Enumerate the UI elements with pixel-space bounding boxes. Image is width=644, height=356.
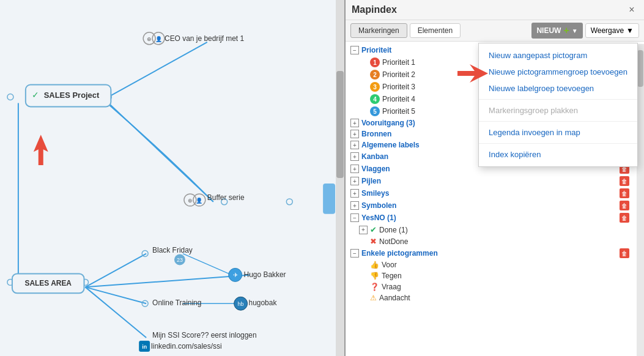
mapindex-panel: Mapindex × Markeringen Elementen NIEUW +… (346, 0, 644, 356)
dropdown-divider-1 (479, 99, 637, 100)
panel-header: Mapindex × (346, 0, 644, 20)
tree-group-pijlen[interactable]: + Pijlen 🗑 (346, 175, 634, 187)
vlaggen-label: Vlaggen (361, 165, 390, 173)
tree-item-done[interactable]: + ✔ Done (1) (346, 224, 634, 235)
panel-scrollbar-thumb[interactable] (637, 50, 643, 87)
svg-text:Mijn SSI Score?? eerst inlogge: Mijn SSI Score?? eerst inloggen (152, 331, 257, 339)
tegen-icon: 👎 (370, 272, 379, 280)
aandacht-icon: ⚠ (370, 294, 377, 302)
dropdown-item-kopieren[interactable]: Index kopiëren (479, 146, 637, 163)
expander-smileys[interactable]: + (350, 189, 359, 198)
expander-prioriteit[interactable]: − (350, 46, 359, 54)
nieuw-label: NIEUW (536, 26, 561, 35)
expander-yesno[interactable]: − (350, 213, 359, 222)
close-button[interactable]: × (626, 4, 638, 16)
svg-line-2 (86, 254, 147, 287)
prioriteit-label: Prioriteit (361, 46, 391, 54)
svg-text:Hugo Bakker: Hugo Bakker (244, 270, 286, 279)
dropdown-item-nieuw-pictogram[interactable]: Nieuw aangepast pictogram (479, 47, 637, 64)
weergave-button[interactable]: Weergave ▼ (585, 23, 639, 38)
dropdown-item-labelgroep[interactable]: Nieuwe labelgroep toevoegen (479, 80, 637, 97)
p1-label: Prioriteit 1 (382, 58, 415, 67)
voor-label: Voor (382, 261, 397, 269)
tree-item-tegen[interactable]: 👎 Tegen (346, 270, 634, 281)
dropdown-divider-2 (479, 121, 637, 122)
tree-item-voor[interactable]: 👍 Voor (346, 259, 634, 270)
expander-bronnen[interactable]: + (350, 130, 359, 138)
svg-text:Black Friday: Black Friday (152, 246, 193, 254)
check-icon: ✔ (370, 225, 377, 234)
tab-markeringen[interactable]: Markeringen (350, 23, 407, 38)
chevron-down-icon: ▼ (572, 28, 578, 34)
priority-4-icon: 4 (370, 94, 380, 104)
weergave-label: Weergave (591, 26, 624, 35)
tree-group-yesno[interactable]: − YesNO (1) 🗑 (346, 212, 634, 224)
tree-group-enkele[interactable]: − Enkele pictogrammen 🗑 (346, 247, 634, 259)
tree-item-aandacht[interactable]: ⚠ Aandacht (346, 292, 634, 303)
delete-icon-smileys[interactable]: 🗑 (620, 188, 629, 198)
svg-line-6 (183, 254, 232, 275)
notdone-label: NotDone (379, 237, 408, 246)
tree-group-smileys[interactable]: + Smileys 🗑 (346, 187, 634, 199)
mindmap-scrollbar[interactable] (336, 0, 344, 356)
expander-algemene[interactable]: + (350, 141, 359, 149)
svg-text:SALES Project: SALES Project (44, 91, 100, 100)
svg-text:👤: 👤 (196, 197, 203, 204)
dropdown-item-pictogrammengroep[interactable]: Nieuwe pictogrammengroep toevoegen (479, 64, 637, 80)
expander-done[interactable]: + (359, 226, 368, 234)
svg-text:Online Training: Online Training (152, 299, 201, 307)
dropdown-item-legenda[interactable]: Legenda invoegen in map (479, 124, 637, 141)
mindmap-scrollbar-thumb[interactable] (336, 71, 344, 178)
expander-kanban[interactable]: + (350, 152, 359, 161)
nieuw-button[interactable]: NIEUW + ▼ (531, 23, 582, 39)
svg-text:23: 23 (177, 258, 183, 264)
aandacht-label: Aandacht (379, 294, 410, 302)
svg-rect-47 (323, 184, 335, 214)
p2-label: Prioriteit 2 (382, 70, 415, 79)
delete-icon-symbolen[interactable]: 🗑 (620, 201, 629, 210)
smileys-label: Smileys (361, 189, 389, 198)
svg-text:✓: ✓ (32, 90, 39, 100)
voor-icon: 👍 (370, 261, 379, 269)
p3-label: Prioriteit 3 (382, 83, 415, 91)
svg-text:✈: ✈ (233, 272, 238, 278)
vraag-icon: ❓ (370, 283, 379, 291)
p5-label: Prioriteit 5 (382, 107, 415, 116)
yesno-label: YesNO (1) (361, 213, 396, 222)
svg-text:hb: hb (238, 301, 244, 307)
mindmap-canvas: ⊕ 👤 ⊕ 👤 23 ✈ hb in SALES Project ✓ SALES… (0, 0, 344, 356)
vooruitgang-label: Vooruitgang (3) (361, 119, 415, 127)
kanban-label: Kanban (361, 152, 388, 161)
plus-icon: + (563, 25, 569, 36)
pijlen-label: Pijlen (361, 177, 381, 185)
delete-icon-enkele[interactable]: 🗑 (620, 248, 629, 258)
priority-3-icon: 3 (370, 82, 380, 92)
tegen-label: Tegen (382, 272, 402, 280)
panel-title: Mapindex (352, 4, 626, 15)
expander-enkele[interactable]: − (350, 249, 359, 258)
delete-icon-pijlen[interactable]: 🗑 (620, 176, 629, 186)
svg-text:hugobak: hugobak (249, 299, 277, 307)
tree-item-notdone[interactable]: ✖ NotDone (346, 235, 634, 247)
expander-pijlen[interactable]: + (350, 177, 359, 185)
tab-elementen[interactable]: Elementen (410, 23, 461, 38)
expander-vooruitgang[interactable]: + (350, 119, 359, 127)
svg-text:⊕: ⊕ (147, 36, 152, 42)
svg-text:⊕: ⊕ (188, 198, 193, 204)
enkele-label: Enkele pictogrammen (361, 249, 438, 258)
svg-text:linkedin.com/sales/ssi: linkedin.com/sales/ssi (151, 342, 221, 350)
svg-point-14 (286, 199, 292, 205)
svg-text:👤: 👤 (155, 35, 163, 43)
svg-text:CEO van je bedrijf met 1: CEO van je bedrijf met 1 (165, 34, 244, 43)
delete-icon-yesno[interactable]: 🗑 (620, 213, 629, 223)
tree-item-vraag[interactable]: ❓ Vraag (346, 281, 634, 292)
expander-symbolen[interactable]: + (350, 201, 359, 210)
svg-text:Buffer serie: Buffer serie (207, 193, 245, 202)
p4-label: Prioriteit 4 (382, 95, 415, 103)
symbolen-label: Symbolen (361, 201, 396, 210)
tree-group-symbolen[interactable]: + Symbolen 🗑 (346, 199, 634, 212)
expander-vlaggen[interactable]: + (350, 165, 359, 173)
red-arrow-dropdown (457, 61, 494, 87)
weergave-chevron-icon: ▼ (626, 26, 634, 35)
vraag-label: Vraag (382, 283, 401, 291)
